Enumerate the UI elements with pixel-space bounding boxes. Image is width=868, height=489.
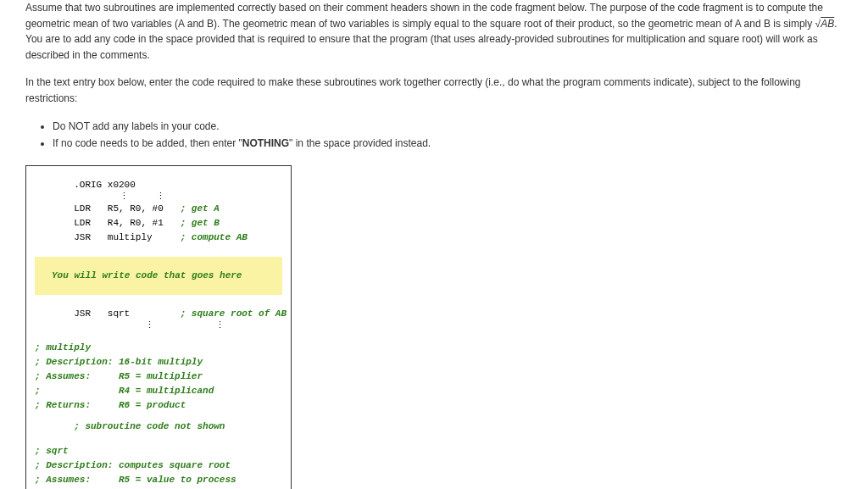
restrictions-list: Do NOT add any labels in your code. If n…: [36, 119, 843, 152]
question-intro: Assume that two subroutines are implemen…: [25, 0, 843, 107]
code-line: LDR R4, R0, #1 ; get B: [35, 216, 282, 231]
code-line: JSR multiply ; compute AB: [35, 231, 282, 245]
restriction-item: If no code needs to be added, then enter…: [53, 136, 843, 152]
vertical-dots-icon: ⋮⋮: [35, 192, 282, 202]
code-comment: ; compute AB: [164, 232, 248, 242]
code-comment: ; sqrt: [35, 444, 282, 458]
sqrt-subroutine-header: ; sqrt ; Description: computes square ro…: [35, 444, 282, 489]
code-comment: ; Assumes: R5 = multiplier: [35, 370, 282, 384]
intro-text-1a: Assume that two subroutines are implemen…: [25, 2, 823, 30]
restriction-text-c: " in the space provided instead.: [289, 137, 431, 149]
code-instr: LDR R5, R0, #0: [35, 203, 164, 214]
code-orig: .ORIG x0200: [35, 178, 282, 192]
code-fragment-box: .ORIG x0200 ⋮⋮ LDR R5, R0, #0 ; get A LD…: [25, 165, 292, 489]
code-comment: ; multiply: [35, 341, 282, 355]
code-instr: JSR multiply: [35, 232, 164, 242]
code-comment: ; Assumes: R5 = value to process: [35, 473, 282, 487]
intro-paragraph-2: In the text entry box below, enter the c…: [25, 75, 843, 106]
code-comment: ; subroutine code not shown: [35, 420, 282, 434]
vertical-dots-icon: ⋮⋮: [35, 321, 282, 331]
code-line: JSR sqrt ; square root of AB: [35, 307, 282, 321]
code-line: LDR R5, R0, #0 ; get A: [35, 202, 282, 216]
code-comment: ; square root of AB: [164, 308, 287, 319]
restriction-item: Do NOT add any labels in your code.: [53, 119, 843, 135]
code-comment: ; get B: [164, 218, 220, 228]
code-instr: LDR R4, R0, #1: [35, 218, 164, 228]
answer-placeholder[interactable]: You will write code that goes here: [35, 257, 282, 295]
code-instr: JSR sqrt: [35, 308, 164, 319]
restriction-nothing: NOTHING: [242, 137, 289, 149]
sqrt-expression: √AB: [815, 18, 835, 30]
intro-paragraph-1: Assume that two subroutines are implemen…: [25, 0, 843, 63]
multiply-subroutine-header: ; multiply ; Description: 16-bit multipl…: [35, 341, 282, 434]
code-comment: ; Returns: R6 = product: [35, 398, 282, 413]
code-comment: ; R4 = multiplicand: [35, 384, 282, 398]
code-comment: ; get A: [164, 203, 220, 214]
sqrt-argument: AB: [821, 18, 834, 30]
restriction-text-a: If no code needs to be added, then enter…: [53, 137, 242, 149]
code-comment: ; Description: 16-bit multiply: [35, 355, 282, 370]
code-comment: ; Description: computes square root: [35, 458, 282, 473]
